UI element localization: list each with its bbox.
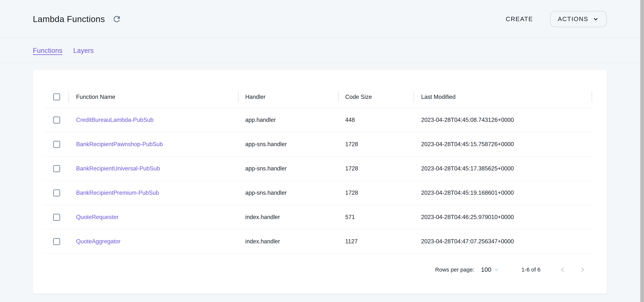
next-page-button[interactable]	[578, 265, 588, 274]
chevron-left-icon	[558, 265, 567, 274]
row-checkbox-cell	[44, 205, 68, 229]
function-name-cell: BankRecipientPremium-PubSub	[68, 181, 238, 205]
code-size-cell: 1728	[338, 181, 414, 205]
handler-cell: app-sns.handler	[238, 157, 338, 181]
row-checkbox-cell	[44, 132, 68, 156]
last-modified-cell: 2023-04-28T04:45:19.168601+0000	[414, 181, 592, 205]
previous-page-button[interactable]	[558, 265, 567, 274]
code-size-cell: 1728	[338, 157, 414, 181]
title-wrap: Lambda Functions	[33, 14, 122, 24]
tab-bar: Functions Layers	[0, 39, 640, 63]
table-row: QuoteAggregatorindex.handler11272023-04-…	[44, 229, 592, 254]
function-name-cell: CreditBureauLambda-PubSub	[68, 108, 238, 132]
refresh-icon[interactable]	[112, 14, 122, 24]
row-checkbox[interactable]	[53, 141, 60, 148]
code-size-cell: 1127	[338, 229, 414, 253]
handler-cell: index.handler	[238, 229, 338, 253]
function-name-link[interactable]: CreditBureauLambda-PubSub	[76, 117, 154, 123]
code-size-cell: 448	[338, 108, 414, 132]
table-header-row: Function Name Handler Code Size Last Mod…	[44, 86, 592, 108]
tab-functions[interactable]: Functions	[33, 47, 62, 55]
last-modified-cell: 2023-04-28T04:47:07.256347+0000	[414, 229, 592, 253]
column-header-function-name[interactable]: Function Name	[68, 86, 238, 108]
header-actions: CREATE ACTIONS	[502, 11, 607, 27]
pagination-range-label: 1-6 of 6	[522, 266, 540, 273]
row-checkbox-cell	[44, 108, 68, 132]
row-checkbox-cell	[44, 181, 68, 205]
table-row: CreditBureauLambda-PubSubapp.handler4482…	[44, 108, 592, 132]
page-title: Lambda Functions	[33, 14, 105, 24]
function-name-link[interactable]: QuoteAggregator	[76, 238, 120, 245]
table-row: BankRecipientPawnshop-PubSubapp-sns.hand…	[44, 132, 592, 157]
last-modified-cell: 2023-04-28T04:45:17.385625+0000	[414, 157, 592, 181]
function-name-link[interactable]: BankRecipientPremium-PubSub	[76, 190, 159, 196]
function-name-cell: QuoteRequester	[68, 205, 238, 229]
function-name-link[interactable]: BankRecipientPawnshop-PubSub	[76, 141, 163, 148]
functions-table-card: Function Name Handler Code Size Last Mod…	[32, 70, 607, 294]
row-checkbox[interactable]	[53, 165, 60, 172]
code-size-cell: 571	[338, 205, 414, 229]
row-checkbox[interactable]	[53, 190, 60, 196]
table-pagination: Rows per page: 100 1-6 of 6	[44, 257, 592, 282]
table-row: BankRecipientPremium-PubSubapp-sns.handl…	[44, 181, 592, 205]
row-checkbox[interactable]	[53, 117, 60, 123]
row-checkbox[interactable]	[53, 214, 60, 221]
rows-per-page-value: 100	[481, 266, 491, 273]
handler-cell: app-sns.handler	[238, 181, 338, 205]
column-header-code-size[interactable]: Code Size	[338, 86, 414, 108]
table-row: QuoteRequesterindex.handler5712023-04-28…	[44, 205, 592, 229]
actions-button-label: ACTIONS	[558, 16, 588, 23]
select-caret-icon	[494, 269, 499, 271]
handler-cell: app-sns.handler	[238, 132, 338, 156]
function-name-link[interactable]: BankRecipientUniversal-PubSub	[76, 165, 160, 172]
handler-cell: app.handler	[238, 108, 338, 132]
chevron-right-icon	[578, 265, 587, 274]
functions-data-grid: Function Name Handler Code Size Last Mod…	[44, 86, 592, 254]
vertical-scrollbar[interactable]	[640, 0, 644, 302]
header-checkbox-cell	[44, 86, 68, 108]
code-size-cell: 1728	[338, 132, 414, 156]
last-modified-cell: 2023-04-28T04:46:25.979010+0000	[414, 205, 592, 229]
function-name-link[interactable]: QuoteRequester	[76, 214, 118, 221]
rows-per-page-label: Rows per page:	[435, 266, 474, 273]
page-header: Lambda Functions CREATE ACTIONS	[0, 0, 640, 38]
table-row: BankRecipientUniversal-PubSubapp-sns.han…	[44, 157, 592, 181]
column-header-handler[interactable]: Handler	[238, 86, 338, 108]
handler-cell: index.handler	[238, 205, 338, 229]
row-checkbox-cell	[44, 229, 68, 253]
chevron-down-icon	[592, 16, 599, 23]
tab-layers[interactable]: Layers	[73, 47, 94, 55]
function-name-cell: BankRecipientUniversal-PubSub	[68, 157, 238, 181]
row-checkbox[interactable]	[53, 238, 60, 245]
function-name-cell: QuoteAggregator	[68, 229, 238, 253]
create-button[interactable]: CREATE	[502, 13, 536, 25]
row-checkbox-cell	[44, 157, 68, 181]
function-name-cell: BankRecipientPawnshop-PubSub	[68, 132, 238, 156]
rows-per-page-select[interactable]: 100	[481, 266, 499, 273]
last-modified-cell: 2023-04-28T04:45:15.758726+0000	[414, 132, 592, 156]
column-header-last-modified[interactable]: Last Modified	[414, 86, 592, 108]
table-body: CreditBureauLambda-PubSubapp.handler4482…	[44, 108, 592, 254]
last-modified-cell: 2023-04-28T04:45:08.743126+0000	[414, 108, 592, 132]
actions-button[interactable]: ACTIONS	[550, 11, 607, 27]
select-all-checkbox[interactable]	[53, 93, 60, 100]
